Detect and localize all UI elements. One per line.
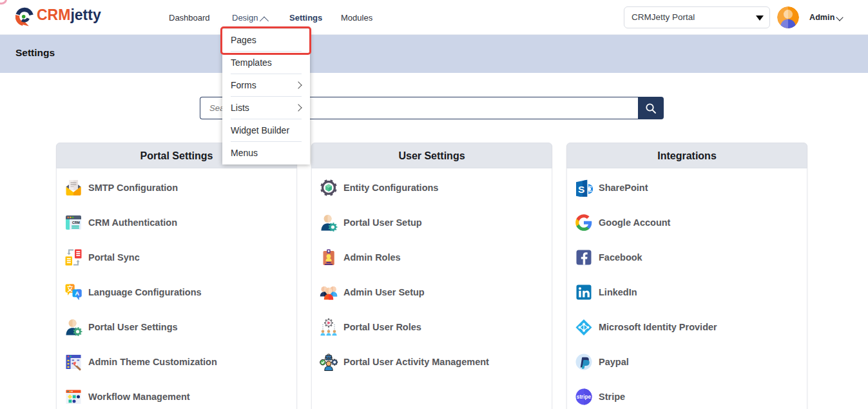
svg-text:CRM: CRM (72, 221, 80, 224)
svg-text:A: A (75, 290, 79, 297)
svg-text:stripe: stripe (577, 394, 592, 400)
svg-text:S: S (578, 184, 584, 195)
